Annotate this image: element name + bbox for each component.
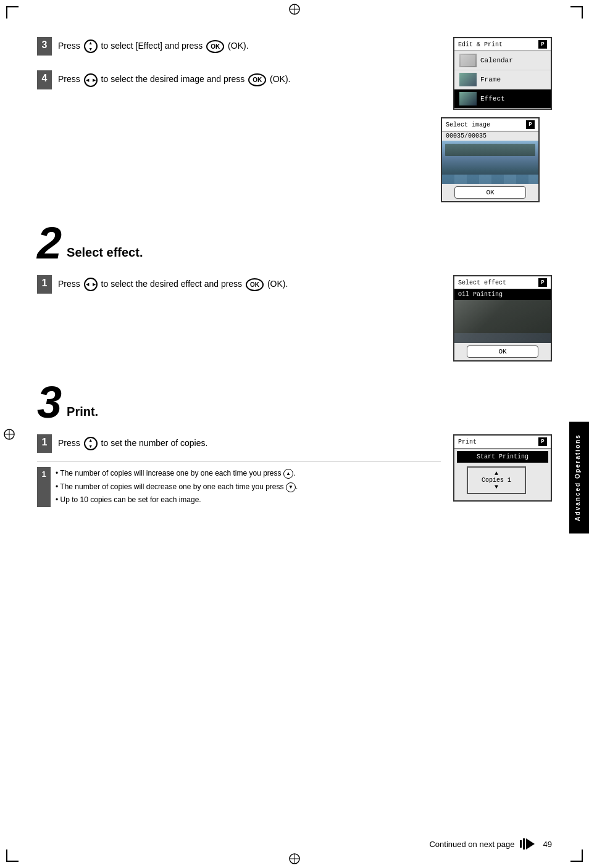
select-effect-item: Oil Painting [454, 289, 551, 300]
reg-mark-left [3, 428, 15, 440]
screen1-header: Edit & Print P [454, 38, 551, 51]
copies-down-arrow: ▼ [470, 484, 522, 490]
section3-content-row: 1 Press to set the number of copies. 1 T… [37, 434, 552, 507]
section3-steps: 1 Press to set the number of copies. 1 T… [37, 434, 441, 507]
print-screen-copies: ▲ Copies 1 ▼ [467, 466, 526, 494]
corner-mark-tl [6, 6, 19, 19]
select-effect-ok-btn[interactable]: OK [467, 345, 538, 358]
section2-press-label: Press [58, 279, 80, 289]
step-4-press-label: Press [58, 74, 80, 84]
screen2-header: Select image P [442, 118, 538, 131]
select-effect-p-icon: P [538, 278, 547, 287]
ok-button-4[interactable]: OK [248, 73, 266, 86]
left-right-button-4[interactable] [84, 73, 98, 87]
step-4-number: 4 [37, 70, 52, 89]
calendar-label: Calendar [480, 57, 513, 64]
reg-mark-top [288, 3, 301, 15]
bullet-item-3: Up to 10 copies can be set for each imag… [56, 494, 298, 507]
section3-text-part2: to set the number of copies. [101, 438, 208, 448]
section2-steps: 1 Press to select the desired effect and… [37, 275, 441, 362]
effect-label: Effect [480, 95, 505, 102]
step-3-number: 3 [37, 37, 52, 56]
corner-mark-tr [570, 6, 583, 19]
select-image-screen: Select image P 00035/00035 OK [441, 117, 540, 202]
print-screen-p-icon: P [538, 437, 547, 446]
copies-up-arrow: ▲ [470, 470, 522, 477]
reg-mark-bottom [288, 853, 301, 865]
step-3-text: Press to select [Effect] and press OK (O… [58, 37, 416, 56]
step-3-press-label: Press [58, 41, 80, 51]
print-screen: Print P Start Printing ▲ Copies 1 ▼ [453, 434, 552, 502]
edit-print-screen: Edit & Print P Calendar Frame [453, 37, 552, 110]
section2-content-row: 1 Press to select the desired effect and… [37, 275, 552, 362]
section2-step1-number: 1 [37, 275, 52, 294]
print-screen-start-btn[interactable]: Start Printing [457, 451, 548, 463]
step-3-text-part3: (OK). [228, 41, 248, 51]
bullet-item-1: The number of copies will increase one b… [56, 467, 298, 481]
section2-step1-text: Press to select the desired effect and p… [58, 275, 441, 294]
side-tab: Advanced Operations [569, 421, 589, 533]
print-screen-header: Print P [454, 436, 551, 448]
step-4-text-part2: to select the desired image and press [101, 74, 245, 84]
step-3-text-part2: to select [Effect] and press [101, 41, 203, 51]
section2-text-part3: (OK). [267, 279, 288, 289]
step-3-block: 3 Press to select [Effect] and press OK … [37, 37, 416, 56]
section3-step1-text: Press to set the number of copies. [58, 434, 441, 453]
divider [37, 461, 441, 462]
section1-screens: Edit & Print P Calendar Frame [441, 37, 552, 202]
svg-rect-12 [520, 840, 522, 848]
section2-header: 2 Select effect. [37, 221, 552, 265]
svg-rect-13 [523, 838, 525, 849]
section3-bullet-step-num: 1 [37, 467, 51, 507]
up-down-button-s3[interactable] [84, 437, 98, 450]
screen1-title: Edit & Print [458, 41, 503, 48]
up-down-button-3[interactable] [84, 39, 98, 53]
print-screen-title: Print [458, 439, 477, 445]
section3-bullets-block: 1 The number of copies will increase one… [37, 467, 441, 507]
print-screen-copies-wrapper: ▲ Copies 1 ▼ [461, 466, 545, 494]
continue-text: Continued on next page [429, 840, 514, 849]
corner-mark-br [570, 849, 583, 862]
ok-button-3[interactable]: OK [206, 40, 224, 53]
copies-label: Copies 1 [470, 477, 522, 484]
select-effect-screen: Select effect P Oil Painting OK [453, 275, 552, 362]
frame-thumb [459, 73, 477, 86]
step-4-text: Press to select the desired image and pr… [58, 70, 416, 89]
section-2: 2 Select effect. 1 Press to select the d… [37, 221, 552, 362]
main-content: 3 Press to select [Effect] and press OK … [37, 37, 552, 831]
ok-button-s2[interactable]: OK [246, 278, 264, 291]
corner-mark-bl [6, 849, 19, 862]
left-right-button-s2[interactable] [84, 278, 98, 291]
select-effect-header: Select effect P [454, 276, 551, 289]
section2-step1-block: 1 Press to select the desired effect and… [37, 275, 441, 294]
screen1-effect-item[interactable]: Effect [454, 89, 551, 109]
section3-step1-block: 1 Press to set the number of copies. [37, 434, 441, 453]
up-arrow-bullet1: ▲ [283, 469, 293, 479]
screen2-counter: 00035/00035 [442, 131, 538, 141]
section3-screen-col: Print P Start Printing ▲ Copies 1 ▼ [453, 434, 552, 507]
section-3: 3 Print. 1 Press to set the number of co… [37, 380, 552, 507]
section2-screen-col: Select effect P Oil Painting OK [453, 275, 552, 362]
section3-step1-number: 1 [37, 434, 52, 453]
step-4-text-part3: (OK). [270, 74, 290, 84]
section2-text-part2: to select the desired effect and press [101, 279, 243, 289]
select-effect-photo [454, 300, 551, 343]
section3-title: Print. [67, 386, 98, 419]
calendar-thumb [459, 54, 477, 67]
screen2-ok-btn[interactable]: OK [454, 186, 526, 199]
section3-number: 3 [37, 380, 62, 424]
bullet-item-2: The number of copies will decrease one b… [56, 481, 298, 494]
down-arrow-bullet2: ▼ [286, 482, 296, 492]
steps-3-4-row: 3 Press to select [Effect] and press OK … [37, 37, 552, 202]
screen2-title: Select image [446, 122, 490, 128]
screen1-frame-item[interactable]: Frame [454, 70, 551, 89]
screen1-calendar-item[interactable]: Calendar [454, 51, 551, 70]
section3-header: 3 Print. [37, 380, 552, 424]
page-number: 49 [543, 840, 552, 849]
section2-number: 2 [37, 221, 62, 265]
bullet1-text: The number of copies will increase one b… [60, 469, 281, 477]
section3-press-label: Press [58, 438, 80, 448]
water-lines [442, 175, 538, 184]
select-effect-title: Select effect [458, 279, 506, 286]
bullet2-text: The number of copies will decrease one b… [60, 482, 283, 491]
